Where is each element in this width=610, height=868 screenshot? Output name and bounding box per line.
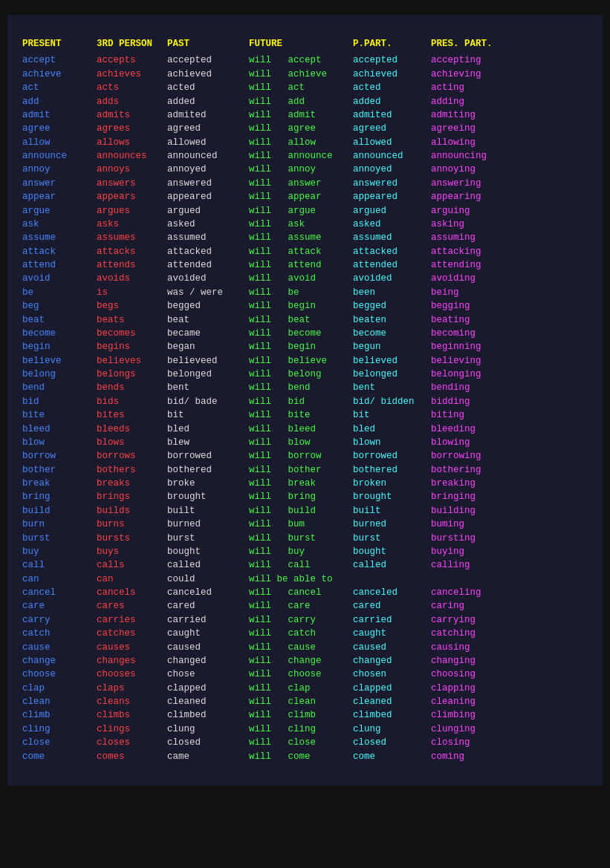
list-item: admited [167, 108, 249, 122]
list-item: beating [431, 313, 513, 327]
list-item: attended [353, 258, 431, 272]
list-item: bursts [97, 532, 167, 545]
list-item: catch [22, 627, 97, 640]
list-item: will announce [249, 149, 353, 163]
list-item: believing [431, 354, 513, 368]
list-item: announced [353, 149, 431, 163]
list-item: canceled [353, 586, 431, 599]
list-item: will care [249, 599, 353, 613]
list-item: bleed [22, 422, 97, 436]
list-item: attended [167, 258, 249, 272]
list-item: closed [353, 736, 431, 749]
list-item: bends [97, 381, 167, 394]
list-item: burst [22, 532, 97, 545]
list-item: clapped [353, 682, 431, 695]
list-item: will buy [249, 545, 353, 558]
header-past: PAST [167, 37, 249, 50]
list-item: breaks [97, 477, 167, 490]
list-item: achieved [167, 68, 249, 81]
col-third: 3RD PERSON accepts achieves acts adds ad… [97, 37, 167, 763]
list-item: changing [431, 654, 513, 668]
col-past: PAST accepted achieved acted added admit… [167, 37, 249, 763]
list-item: been [353, 286, 431, 299]
list-item: will act [249, 81, 353, 94]
list-item: becomes [97, 327, 167, 340]
header-prespart: PRES. PART. [431, 37, 513, 50]
list-item: coming [431, 750, 513, 763]
list-item: will beat [249, 313, 353, 327]
list-item: will ask [249, 218, 353, 231]
list-item: be [22, 286, 97, 299]
list-item: called [167, 558, 249, 572]
list-item: burned [167, 518, 249, 531]
list-item: choose [22, 668, 97, 681]
list-item: climb [22, 708, 97, 722]
list-item: will call [249, 558, 353, 572]
list-item: changed [167, 654, 249, 668]
list-item: begin [22, 340, 97, 353]
list-item: will be able to [249, 572, 353, 586]
list-item: bidding [431, 395, 513, 408]
list-item: climbed [167, 708, 249, 722]
list-item: come [353, 750, 431, 763]
list-item: will build [249, 504, 353, 518]
list-item: clap [22, 682, 97, 695]
list-item: will clean [249, 695, 353, 708]
list-item: broken [353, 477, 431, 490]
list-item: cancel [22, 586, 97, 599]
list-item: changed [353, 654, 431, 668]
list-item: announced [167, 149, 249, 163]
list-item: climbing [431, 708, 513, 722]
list-item: borrowed [167, 449, 249, 463]
list-item: bled [353, 422, 431, 436]
list-item: belong [22, 368, 97, 381]
list-item: build [22, 504, 97, 518]
list-item: add [22, 95, 97, 108]
list-item: adds [97, 95, 167, 108]
list-item: bent [353, 381, 431, 394]
list-item [431, 572, 513, 586]
col-prespart: PRES. PART. accepting achieving acting a… [431, 37, 513, 763]
list-item: bids [97, 395, 167, 408]
list-item: appeared [167, 190, 249, 203]
list-item: cling [22, 722, 97, 736]
list-item: will avoid [249, 272, 353, 285]
list-item: accepted [353, 53, 431, 67]
list-item: answers [97, 177, 167, 190]
list-item: blows [97, 436, 167, 449]
list-item: brought [353, 490, 431, 503]
list-item: bring [22, 490, 97, 503]
list-item: become [353, 327, 431, 340]
list-item: will belong [249, 368, 353, 381]
header-present: PRESENT [22, 37, 97, 50]
list-item: clung [167, 722, 249, 736]
list-item: will cling [249, 722, 353, 736]
list-item: asking [431, 218, 513, 231]
list-item: bent [167, 381, 249, 394]
list-item: chose [167, 668, 249, 681]
list-item: achieves [97, 68, 167, 81]
list-item: came [167, 750, 249, 763]
list-item: announcing [431, 149, 513, 163]
list-item: begun [353, 340, 431, 353]
header-third: 3RD PERSON [97, 37, 167, 50]
list-item: will allow [249, 136, 353, 149]
list-item: become [22, 327, 97, 340]
list-item: bothered [353, 463, 431, 477]
list-item: borrows [97, 449, 167, 463]
list-item: began [167, 340, 249, 353]
list-item: avoided [167, 272, 249, 285]
list-item: buy [22, 545, 97, 558]
list-item: is [97, 286, 167, 299]
list-item: will become [249, 327, 353, 340]
list-item: attend [22, 258, 97, 272]
list-item: will bring [249, 490, 353, 503]
list-item: annoyed [167, 163, 249, 176]
list-item: achieved [353, 68, 431, 81]
list-item: comes [97, 750, 167, 763]
list-item: called [353, 558, 431, 572]
header-future: FUTURE [249, 37, 353, 50]
list-item: arguing [431, 204, 513, 218]
list-item: clean [22, 695, 97, 708]
list-item: admiting [431, 108, 513, 122]
